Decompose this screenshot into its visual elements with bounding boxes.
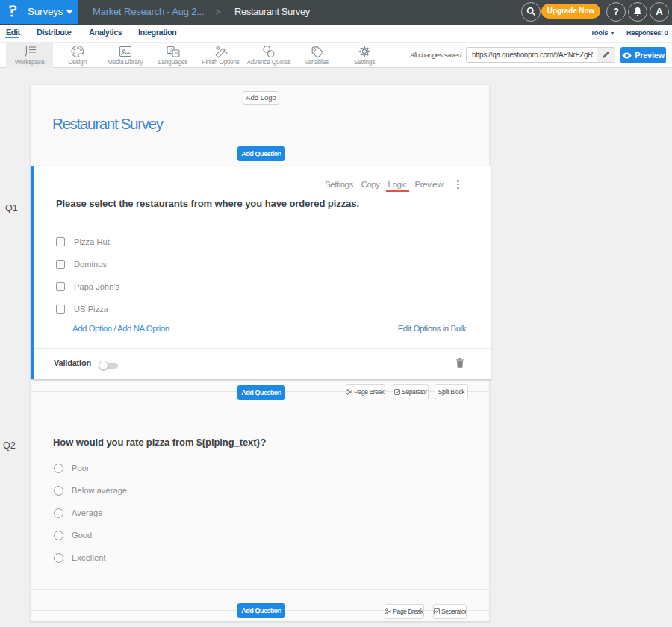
- svg-text:A: A: [174, 50, 178, 57]
